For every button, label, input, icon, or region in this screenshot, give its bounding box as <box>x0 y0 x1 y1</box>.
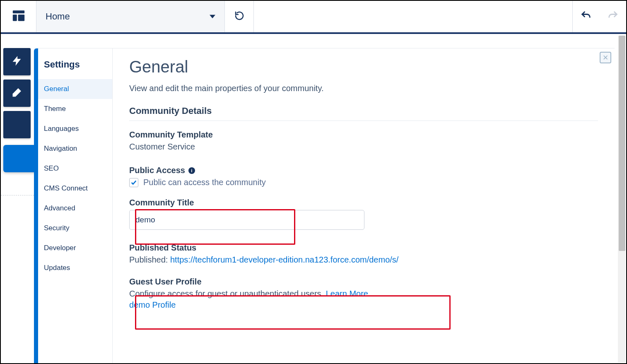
settings-nav-updates[interactable]: Updates <box>38 258 112 278</box>
guest-profile-desc: Configure access for guest or unauthenti… <box>129 289 326 298</box>
settings-panel: Settings General Theme Languages Navigat… <box>34 48 615 363</box>
redo-icon <box>607 10 619 23</box>
redo-button[interactable] <box>603 6 623 27</box>
builder-icon-rail <box>3 48 31 172</box>
top-toolbar: Home <box>1 1 626 34</box>
vertical-scrollbar-thumb[interactable] <box>619 36 625 251</box>
paintbrush-icon <box>11 87 23 100</box>
value-community-template: Customer Service <box>129 142 598 152</box>
settings-nav-cmsconnect[interactable]: CMS Connect <box>38 178 112 198</box>
lightning-icon <box>11 55 23 68</box>
settings-nav-seo[interactable]: SEO <box>38 159 112 178</box>
settings-nav-navigation[interactable]: Navigation <box>38 139 112 159</box>
undo-redo-group <box>572 1 626 32</box>
label-public-access: Public Access i <box>129 166 594 175</box>
page-heading: General <box>129 58 598 76</box>
rail-components-button[interactable] <box>3 48 31 75</box>
label-published-status: Published Status <box>129 243 594 253</box>
label-public-access-text: Public Access <box>129 166 185 175</box>
undo-button[interactable] <box>576 6 596 27</box>
settings-nav-advanced[interactable]: Advanced <box>38 198 112 218</box>
settings-nav-general[interactable]: General <box>38 79 112 99</box>
published-url-link[interactable]: https://techforum1-developer-edition.na1… <box>170 255 398 264</box>
page-selector-label: Home <box>46 11 70 22</box>
gear-icon <box>11 152 22 165</box>
panel-accent-edge <box>34 48 38 363</box>
published-prefix: Published: <box>129 255 170 264</box>
rail-divider <box>1 195 34 195</box>
layout-icon <box>12 9 26 24</box>
label-community-title: Community Title <box>129 198 598 207</box>
close-icon: ✕ <box>603 53 608 62</box>
svg-rect-2 <box>18 14 24 21</box>
settings-nav-security[interactable]: Security <box>38 218 112 238</box>
svg-rect-1 <box>12 14 17 21</box>
page-subtitle: View and edit the main properties of you… <box>129 84 598 93</box>
public-access-checkbox-label: Public can access the community <box>143 178 266 187</box>
section-community-details: Community Details <box>129 106 598 121</box>
svg-rect-0 <box>12 10 24 13</box>
label-community-template: Community Template <box>129 130 598 140</box>
settings-nav-title: Settings <box>38 56 112 79</box>
settings-nav: Settings General Theme Languages Navigat… <box>38 48 113 363</box>
check-icon <box>131 180 137 186</box>
settings-content: ✕ General View and edit the main propert… <box>113 48 615 363</box>
guest-profile-desc-row: Configure access for guest or unauthenti… <box>129 289 598 299</box>
page-selector-dropdown[interactable]: Home <box>36 1 225 32</box>
community-title-input[interactable] <box>129 210 364 230</box>
app-brand <box>1 1 36 32</box>
published-status-row: Published: https://techforum1-developer-… <box>129 255 594 265</box>
refresh-button[interactable] <box>225 1 254 32</box>
caret-down-icon <box>210 11 215 22</box>
rail-theme-button[interactable] <box>3 80 31 107</box>
blank-icon <box>11 118 23 131</box>
info-icon[interactable]: i <box>188 167 195 174</box>
rail-settings-button[interactable] <box>3 145 36 172</box>
guest-profile-link[interactable]: demo Profile <box>129 300 176 309</box>
label-guest-profile: Guest User Profile <box>129 277 598 287</box>
undo-icon <box>580 10 592 23</box>
toolbar-spacer <box>254 1 572 32</box>
settings-nav-theme[interactable]: Theme <box>38 99 112 119</box>
settings-nav-developer[interactable]: Developer <box>38 238 112 258</box>
public-access-checkbox[interactable] <box>129 178 138 187</box>
learn-more-link[interactable]: Learn More <box>326 289 368 298</box>
close-panel-button[interactable]: ✕ <box>600 52 611 63</box>
settings-nav-languages[interactable]: Languages <box>38 119 112 139</box>
rail-page-button[interactable] <box>3 111 31 138</box>
refresh-icon <box>234 11 244 22</box>
public-access-checkbox-row: Public can access the community <box>129 178 594 187</box>
